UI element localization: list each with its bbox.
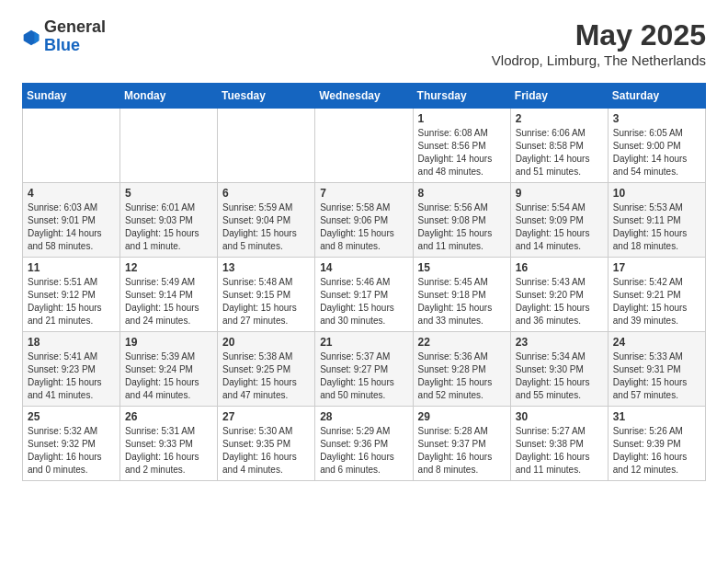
calendar-week-3: 11Sunrise: 5:51 AM Sunset: 9:12 PM Dayli… xyxy=(23,258,706,332)
day-number: 2 xyxy=(516,112,603,125)
logo-general: General xyxy=(44,18,106,37)
day-number: 27 xyxy=(222,410,310,423)
logo-icon xyxy=(22,29,40,47)
calendar-header-row: SundayMondayTuesdayWednesdayThursdayFrid… xyxy=(23,84,706,109)
day-number: 5 xyxy=(125,187,212,200)
logo-text: General Blue xyxy=(44,18,106,55)
day-number: 3 xyxy=(613,112,700,125)
calendar-cell: 3Sunrise: 6:05 AM Sunset: 9:00 PM Daylig… xyxy=(608,109,705,183)
calendar-cell: 14Sunrise: 5:46 AM Sunset: 9:17 PM Dayli… xyxy=(315,258,413,332)
month-title: May 2025 xyxy=(492,18,706,52)
calendar-cell: 25Sunrise: 5:32 AM Sunset: 9:32 PM Dayli… xyxy=(23,407,120,481)
calendar-cell: 17Sunrise: 5:42 AM Sunset: 9:21 PM Dayli… xyxy=(608,258,705,332)
day-info: Sunrise: 5:26 AM Sunset: 9:39 PM Dayligh… xyxy=(613,425,700,477)
day-info: Sunrise: 6:05 AM Sunset: 9:00 PM Dayligh… xyxy=(613,127,700,178)
day-number: 25 xyxy=(28,410,115,423)
calendar-cell: 26Sunrise: 5:31 AM Sunset: 9:33 PM Dayli… xyxy=(120,407,218,481)
day-info: Sunrise: 5:51 AM Sunset: 9:12 PM Dayligh… xyxy=(28,276,115,327)
day-number: 12 xyxy=(125,261,212,274)
calendar-header-tuesday: Tuesday xyxy=(218,84,315,109)
calendar-cell: 24Sunrise: 5:33 AM Sunset: 9:31 PM Dayli… xyxy=(608,332,705,407)
day-number: 15 xyxy=(418,261,506,274)
calendar-header-sunday: Sunday xyxy=(23,84,120,109)
day-info: Sunrise: 5:54 AM Sunset: 9:09 PM Dayligh… xyxy=(516,201,603,253)
calendar-cell: 19Sunrise: 5:39 AM Sunset: 9:24 PM Dayli… xyxy=(120,332,218,407)
calendar-week-2: 4Sunrise: 6:03 AM Sunset: 9:01 PM Daylig… xyxy=(23,183,706,258)
calendar-cell: 23Sunrise: 5:34 AM Sunset: 9:30 PM Dayli… xyxy=(510,332,608,407)
day-number: 21 xyxy=(320,336,407,349)
calendar-header-monday: Monday xyxy=(120,84,218,109)
calendar-week-4: 18Sunrise: 5:41 AM Sunset: 9:23 PM Dayli… xyxy=(23,332,706,407)
day-info: Sunrise: 6:01 AM Sunset: 9:03 PM Dayligh… xyxy=(125,201,212,253)
calendar-header-saturday: Saturday xyxy=(608,84,705,109)
day-info: Sunrise: 5:49 AM Sunset: 9:14 PM Dayligh… xyxy=(125,276,212,327)
day-number: 9 xyxy=(516,187,603,200)
calendar-cell: 5Sunrise: 6:01 AM Sunset: 9:03 PM Daylig… xyxy=(120,183,218,258)
day-info: Sunrise: 5:53 AM Sunset: 9:11 PM Dayligh… xyxy=(613,201,700,253)
calendar-cell: 13Sunrise: 5:48 AM Sunset: 9:15 PM Dayli… xyxy=(218,258,315,332)
calendar-cell: 6Sunrise: 5:59 AM Sunset: 9:04 PM Daylig… xyxy=(218,183,315,258)
calendar-cell: 21Sunrise: 5:37 AM Sunset: 9:27 PM Dayli… xyxy=(315,332,413,407)
day-number: 1 xyxy=(418,112,506,125)
day-info: Sunrise: 5:42 AM Sunset: 9:21 PM Dayligh… xyxy=(613,276,700,327)
calendar-cell xyxy=(315,109,413,183)
day-info: Sunrise: 5:28 AM Sunset: 9:37 PM Dayligh… xyxy=(418,425,506,477)
calendar-cell: 16Sunrise: 5:43 AM Sunset: 9:20 PM Dayli… xyxy=(510,258,608,332)
day-info: Sunrise: 5:48 AM Sunset: 9:15 PM Dayligh… xyxy=(222,276,310,327)
day-info: Sunrise: 5:34 AM Sunset: 9:30 PM Dayligh… xyxy=(516,350,603,402)
day-number: 14 xyxy=(320,261,407,274)
calendar-header-wednesday: Wednesday xyxy=(315,84,413,109)
calendar-cell: 30Sunrise: 5:27 AM Sunset: 9:38 PM Dayli… xyxy=(510,407,608,481)
day-number: 22 xyxy=(418,336,506,349)
day-info: Sunrise: 6:06 AM Sunset: 8:58 PM Dayligh… xyxy=(516,127,603,178)
calendar-cell: 8Sunrise: 5:56 AM Sunset: 9:08 PM Daylig… xyxy=(413,183,510,258)
day-info: Sunrise: 5:31 AM Sunset: 9:33 PM Dayligh… xyxy=(125,425,212,477)
page: General Blue May 2025 Vlodrop, Limburg, … xyxy=(0,0,728,500)
day-number: 28 xyxy=(320,410,407,423)
calendar-cell: 10Sunrise: 5:53 AM Sunset: 9:11 PM Dayli… xyxy=(608,183,705,258)
calendar-cell: 11Sunrise: 5:51 AM Sunset: 9:12 PM Dayli… xyxy=(23,258,120,332)
calendar-cell: 18Sunrise: 5:41 AM Sunset: 9:23 PM Dayli… xyxy=(23,332,120,407)
day-number: 11 xyxy=(28,261,115,274)
day-info: Sunrise: 5:43 AM Sunset: 9:20 PM Dayligh… xyxy=(516,276,603,327)
calendar-week-1: 1Sunrise: 6:08 AM Sunset: 8:56 PM Daylig… xyxy=(23,109,706,183)
day-info: Sunrise: 5:32 AM Sunset: 9:32 PM Dayligh… xyxy=(28,425,115,477)
day-number: 13 xyxy=(222,261,310,274)
calendar-cell: 1Sunrise: 6:08 AM Sunset: 8:56 PM Daylig… xyxy=(413,109,510,183)
day-number: 20 xyxy=(222,336,310,349)
day-info: Sunrise: 5:45 AM Sunset: 9:18 PM Dayligh… xyxy=(418,276,506,327)
location: Vlodrop, Limburg, The Netherlands xyxy=(492,52,706,68)
calendar-cell: 28Sunrise: 5:29 AM Sunset: 9:36 PM Dayli… xyxy=(315,407,413,481)
day-number: 29 xyxy=(418,410,506,423)
day-info: Sunrise: 5:38 AM Sunset: 9:25 PM Dayligh… xyxy=(222,350,310,402)
day-number: 10 xyxy=(613,187,700,200)
day-info: Sunrise: 6:08 AM Sunset: 8:56 PM Dayligh… xyxy=(418,127,506,178)
calendar-cell xyxy=(218,109,315,183)
calendar-cell xyxy=(23,109,120,183)
day-number: 8 xyxy=(418,187,506,200)
day-number: 17 xyxy=(613,261,700,274)
day-number: 30 xyxy=(516,410,603,423)
calendar-cell: 15Sunrise: 5:45 AM Sunset: 9:18 PM Dayli… xyxy=(413,258,510,332)
day-info: Sunrise: 5:30 AM Sunset: 9:35 PM Dayligh… xyxy=(222,425,310,477)
logo-blue: Blue xyxy=(44,37,106,55)
day-info: Sunrise: 5:41 AM Sunset: 9:23 PM Dayligh… xyxy=(28,350,115,402)
logo: General Blue xyxy=(22,18,106,55)
day-number: 4 xyxy=(28,187,115,200)
calendar-cell: 4Sunrise: 6:03 AM Sunset: 9:01 PM Daylig… xyxy=(23,183,120,258)
calendar-header-friday: Friday xyxy=(510,84,608,109)
day-number: 18 xyxy=(28,336,115,349)
day-number: 7 xyxy=(320,187,407,200)
day-info: Sunrise: 5:58 AM Sunset: 9:06 PM Dayligh… xyxy=(320,201,407,253)
day-number: 24 xyxy=(613,336,700,349)
calendar-header-thursday: Thursday xyxy=(413,84,510,109)
calendar-cell: 2Sunrise: 6:06 AM Sunset: 8:58 PM Daylig… xyxy=(510,109,608,183)
title-block: May 2025 Vlodrop, Limburg, The Netherlan… xyxy=(492,18,706,68)
calendar-week-5: 25Sunrise: 5:32 AM Sunset: 9:32 PM Dayli… xyxy=(23,407,706,481)
header: General Blue May 2025 Vlodrop, Limburg, … xyxy=(22,18,706,68)
day-number: 6 xyxy=(222,187,310,200)
day-info: Sunrise: 5:29 AM Sunset: 9:36 PM Dayligh… xyxy=(320,425,407,477)
calendar-cell: 31Sunrise: 5:26 AM Sunset: 9:39 PM Dayli… xyxy=(608,407,705,481)
day-info: Sunrise: 5:37 AM Sunset: 9:27 PM Dayligh… xyxy=(320,350,407,402)
day-number: 31 xyxy=(613,410,700,423)
